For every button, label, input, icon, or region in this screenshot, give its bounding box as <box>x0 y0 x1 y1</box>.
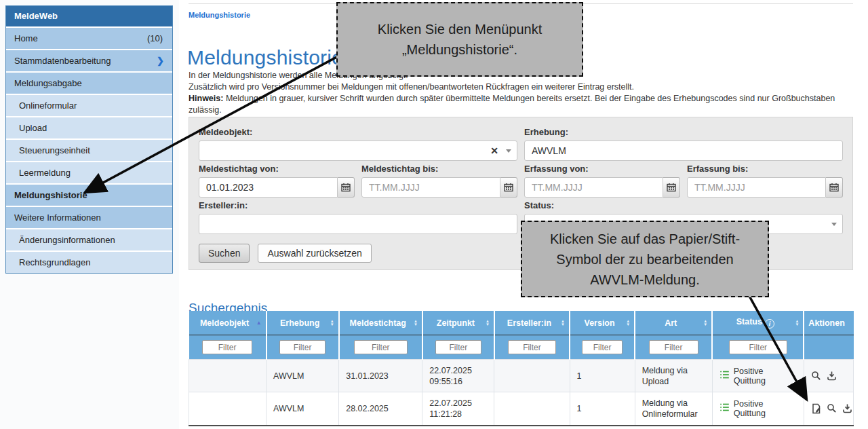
ersteller-input[interactable] <box>199 214 517 234</box>
column-filter-input[interactable] <box>508 340 556 354</box>
erfassung-von-input[interactable] <box>524 177 663 198</box>
sort-icon[interactable]: ▲▼ <box>626 320 630 327</box>
search-button[interactable]: Suchen <box>199 244 250 263</box>
sidebar-item-onlineformular[interactable]: Onlineformular <box>6 95 172 116</box>
results-table-body: AWVLM31.01.202322.07.202509:55:161Meldun… <box>189 360 854 425</box>
cell-zeitpunkt: 22.07.202509:55:16 <box>422 360 494 392</box>
column-filter-input[interactable] <box>279 340 326 354</box>
sidebar-item-meldungsabgabe[interactable]: Meldungsabgabe <box>6 73 172 94</box>
cell-meldeobjekt <box>189 392 267 425</box>
intro-note-label: Hinweis: <box>189 94 223 103</box>
calendar-icon[interactable] <box>338 177 355 198</box>
column-header-meldestichtag[interactable]: Meldestichtag▲▼ <box>339 311 422 335</box>
column-header-meldeobjekt[interactable]: Meldeobjekt▲ <box>189 311 267 335</box>
cell-meldestichtag: 31.01.2023 <box>339 360 422 392</box>
calendar-icon[interactable] <box>500 177 517 198</box>
filter-cell-meldeobjekt <box>189 335 267 360</box>
magnifier-icon[interactable] <box>827 403 837 413</box>
clear-icon[interactable]: ✕ <box>490 145 498 156</box>
sidebar-item-label: Steuerungseinheit <box>19 140 90 161</box>
column-filter-input[interactable] <box>729 340 788 354</box>
column-filter-input[interactable] <box>354 340 408 354</box>
filter-cell-status <box>712 335 804 360</box>
status-list-icon <box>719 403 730 414</box>
sidebar-title: MeldeWeb <box>6 6 172 26</box>
sidebar-item-meldungshistorie[interactable]: Meldungshistorie <box>6 185 172 206</box>
column-filter-input[interactable] <box>582 340 623 354</box>
sort-icon[interactable]: ▲▼ <box>795 320 799 327</box>
sidebar-item-label: Änderungsinformationen <box>19 229 115 250</box>
meldestichtag-bis-label: Meldestichtag bis: <box>361 164 517 174</box>
sidebar-item--nderungsinformationen[interactable]: Änderungsinformationen <box>6 229 172 250</box>
calendar-icon[interactable] <box>826 177 843 198</box>
filter-cell-erhebung <box>267 335 339 360</box>
cell-status: Positive Quittung <box>712 360 804 392</box>
column-header-ersteller-in[interactable]: Ersteller:in▲▼ <box>494 311 570 335</box>
column-label: Version <box>584 318 614 328</box>
column-label: Aktionen <box>808 318 844 328</box>
filter-cell-aktionen <box>804 335 853 360</box>
sort-icon[interactable]: ▲▼ <box>330 320 334 327</box>
column-filter-input[interactable] <box>649 340 698 354</box>
meldeobjekt-select[interactable]: ✕ <box>199 141 517 161</box>
sort-icon[interactable]: ▲▼ <box>414 320 418 327</box>
sidebar-item-rechtsgrundlagen[interactable]: Rechtsgrundlagen <box>6 252 172 273</box>
reset-button[interactable]: Auswahl zurücksetzen <box>258 244 371 263</box>
results-table: Meldeobjekt▲Erhebung▲▼Meldestichtag▲▼Zei… <box>189 311 854 425</box>
column-header-aktionen: Aktionen <box>804 311 853 335</box>
chevron-down-icon[interactable] <box>506 149 511 153</box>
paper-pencil-icon[interactable] <box>811 403 821 414</box>
sidebar-item-label: Upload <box>19 117 47 138</box>
cell-status: Positive Quittung <box>712 392 804 425</box>
results-table-wrap: Meldeobjekt▲Erhebung▲▼Meldestichtag▲▼Zei… <box>189 311 854 426</box>
status-text: Positive Quittung <box>734 399 797 418</box>
filter-cell-version <box>570 335 635 360</box>
chevron-down-icon[interactable] <box>831 223 837 226</box>
status-list-icon <box>719 370 730 381</box>
erfassung-bis-input[interactable] <box>687 177 826 198</box>
notification-count: (10) <box>147 28 172 49</box>
cell-version: 1 <box>570 360 635 392</box>
download-icon[interactable] <box>842 403 852 413</box>
column-header-status[interactable]: Statusi▲▼ <box>712 311 804 335</box>
info-icon[interactable]: i <box>765 319 774 329</box>
calendar-icon[interactable] <box>663 177 680 198</box>
table-row: AWVLM28.02.202522.07.202511:21:281Meldun… <box>189 392 854 425</box>
filter-cell-meldestichtag <box>339 335 422 360</box>
cell-art: Meldung via Upload <box>635 360 712 392</box>
column-label: Status <box>736 317 762 327</box>
meldestichtag-bis-input[interactable] <box>361 177 500 198</box>
download-icon[interactable] <box>827 371 837 381</box>
sort-icon[interactable]: ▲▼ <box>703 320 707 327</box>
column-header-version[interactable]: Version▲▼ <box>570 311 635 335</box>
meldeobjekt-input[interactable] <box>199 141 517 161</box>
column-filter-input[interactable] <box>202 340 252 354</box>
column-header-erhebung[interactable]: Erhebung▲▼ <box>267 311 339 335</box>
erhebung-input[interactable] <box>524 141 843 161</box>
sidebar-item-steuerungseinheit[interactable]: Steuerungseinheit <box>6 140 172 161</box>
page-title: Meldungshistorie <box>187 46 343 69</box>
meldestichtag-von-input[interactable] <box>199 177 338 198</box>
cell-version: 1 <box>570 392 635 425</box>
column-header-art[interactable]: Art▲▼ <box>635 311 712 335</box>
sidebar-item-label: Onlineformular <box>19 95 77 116</box>
sort-ascending-icon[interactable]: ▲ <box>256 320 262 326</box>
sidebar-item-stammdatenbearbeitung[interactable]: Stammdatenbearbeitung❯ <box>6 50 172 71</box>
column-label: Meldestichtag <box>350 318 406 328</box>
sidebar-item-label: Rechtsgrundlagen <box>19 252 91 273</box>
column-header-zeitpunkt[interactable]: Zeitpunkt▲▼ <box>422 311 494 335</box>
sidebar-item-upload[interactable]: Upload <box>6 117 172 138</box>
column-filter-input[interactable] <box>435 340 481 354</box>
sort-icon[interactable]: ▲▼ <box>486 320 490 327</box>
results-table-head: Meldeobjekt▲Erhebung▲▼Meldestichtag▲▼Zei… <box>189 311 854 360</box>
meldeweb-page: MeldeWeb Home(10)Stammdatenbearbeitung❯M… <box>0 0 868 429</box>
sidebar-item-home[interactable]: Home(10) <box>6 28 172 49</box>
sidebar-item-leermeldung[interactable]: Leermeldung <box>6 162 172 183</box>
intro-note: Hinweis: Meldungen in grauer, kursiver S… <box>189 93 853 116</box>
magnifier-icon[interactable] <box>811 371 821 381</box>
erfassung-von-label: Erfassung von: <box>524 164 680 174</box>
status-text: Positive Quittung <box>734 367 797 386</box>
sort-icon[interactable]: ▲▼ <box>561 320 565 327</box>
breadcrumb[interactable]: Meldungshistorie <box>189 11 250 19</box>
sidebar-item-weitere-informationen[interactable]: Weitere Informationen <box>6 207 172 228</box>
